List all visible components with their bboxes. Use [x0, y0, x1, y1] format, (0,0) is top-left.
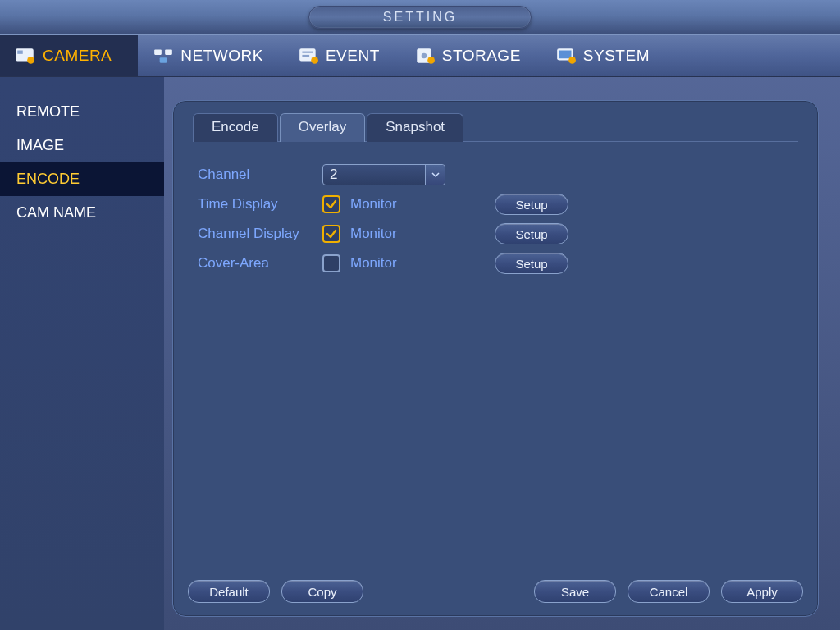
time-display-label: Time Display: [198, 196, 322, 212]
sidebar-item-camname[interactable]: CAM NAME: [0, 196, 164, 230]
check-icon: [326, 228, 337, 240]
channel-select-value: 2: [330, 167, 337, 183]
svg-rect-14: [559, 51, 571, 59]
copy-button[interactable]: Copy: [281, 580, 363, 603]
storage-icon: [414, 47, 436, 65]
cover-area-setup-button[interactable]: Setup: [495, 253, 568, 274]
monitor-label: Monitor: [350, 196, 397, 212]
subtab-encode[interactable]: Encode: [193, 113, 278, 142]
channel-display-setup-button[interactable]: Setup: [495, 223, 568, 244]
monitor-label: Monitor: [350, 255, 397, 272]
check-icon: [326, 199, 337, 210]
channel-display-checkbox[interactable]: [322, 225, 340, 243]
system-icon: [555, 47, 577, 65]
save-button[interactable]: Save: [534, 580, 616, 603]
svg-point-12: [427, 57, 435, 64]
svg-rect-3: [154, 49, 162, 54]
channel-select[interactable]: 2: [322, 164, 445, 185]
tab-label: CAMERA: [43, 47, 112, 65]
cover-area-checkbox[interactable]: [322, 254, 340, 272]
svg-rect-1: [17, 51, 23, 54]
tab-label: SYSTEM: [583, 47, 650, 65]
subtab-overlay[interactable]: Overlay: [280, 113, 366, 142]
tab-storage[interactable]: STORAGE: [399, 35, 541, 76]
cover-area-label: Cover-Area: [198, 255, 322, 272]
sidebar-item-remote[interactable]: REMOTE: [0, 95, 164, 129]
svg-point-9: [311, 57, 318, 64]
svg-point-11: [421, 53, 427, 59]
channel-label: Channel: [198, 167, 322, 183]
tab-network[interactable]: NETWORK: [138, 35, 283, 76]
tab-camera[interactable]: CAMERA: [0, 35, 138, 76]
chevron-down-icon: [425, 165, 445, 185]
default-button[interactable]: Default: [188, 580, 270, 603]
time-display-setup-button[interactable]: Setup: [495, 194, 568, 215]
monitor-label: Monitor: [350, 226, 397, 242]
footer-buttons: Default Copy Save Cancel Apply: [188, 580, 803, 603]
sidebar-item-encode[interactable]: ENCODE: [0, 162, 164, 196]
svg-point-15: [568, 57, 576, 64]
settings-panel: Encode Overlay Snapshot Channel 2: [172, 100, 819, 617]
channel-display-label: Channel Display: [198, 226, 322, 242]
overlay-form: Channel 2 Time Display: [198, 160, 803, 278]
tab-label: EVENT: [326, 47, 380, 65]
svg-rect-4: [165, 49, 172, 54]
time-display-checkbox[interactable]: [322, 195, 340, 213]
sidebar-item-image[interactable]: IMAGE: [0, 129, 164, 162]
subtab-snapshot[interactable]: Snapshot: [367, 113, 463, 142]
svg-rect-5: [160, 57, 167, 63]
svg-rect-8: [302, 55, 309, 57]
svg-rect-7: [302, 52, 313, 53]
event-icon: [298, 47, 319, 65]
main-tabs: CAMERA NETWORK EVENT STORAGE SYSTEM: [0, 34, 840, 77]
tab-event[interactable]: EVENT: [283, 35, 399, 76]
apply-button[interactable]: Apply: [721, 580, 803, 603]
tab-system[interactable]: SYSTEM: [541, 35, 669, 76]
title-bar: SETTING: [0, 0, 840, 34]
sidebar: REMOTE IMAGE ENCODE CAM NAME: [0, 77, 164, 630]
tab-label: NETWORK: [180, 47, 263, 65]
camera-icon: [15, 47, 36, 65]
sub-tabs: Encode Overlay Snapshot: [193, 112, 803, 141]
network-icon: [153, 47, 174, 65]
tab-label: STORAGE: [442, 47, 521, 65]
svg-point-2: [27, 57, 34, 64]
cancel-button[interactable]: Cancel: [628, 580, 710, 603]
window-title: SETTING: [308, 6, 532, 29]
